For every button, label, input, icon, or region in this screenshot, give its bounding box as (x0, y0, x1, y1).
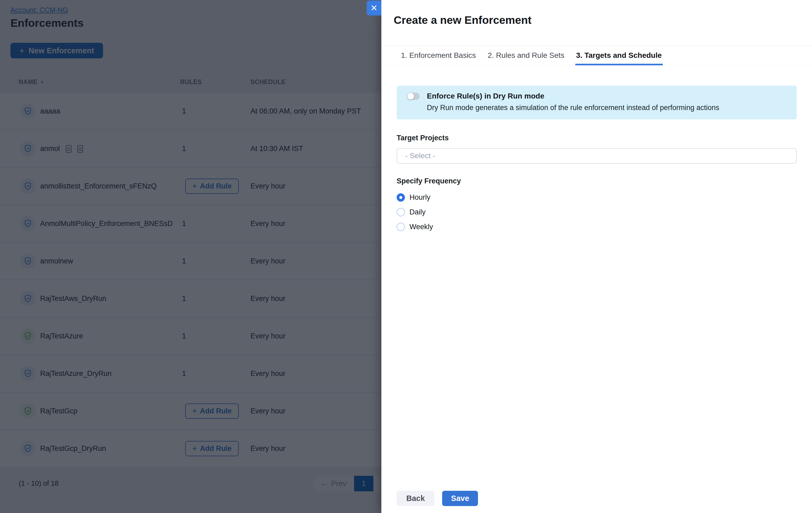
dry-run-toggle[interactable] (407, 93, 419, 100)
frequency-option-hourly[interactable]: Hourly (397, 192, 797, 202)
save-button[interactable]: Save (442, 491, 478, 506)
radio-label: Weekly (409, 223, 433, 231)
radio-label: Hourly (409, 193, 430, 202)
screen: Account: CCM-NG Enforcements + New Enfor… (0, 0, 812, 513)
toggle-knob (407, 93, 414, 99)
frequency-option-daily[interactable]: Daily (397, 207, 797, 217)
radio-label: Daily (409, 208, 426, 216)
target-projects-select[interactable]: - Select - (397, 148, 797, 164)
tab-enforcement-basics[interactable]: 1. Enforcement Basics (401, 46, 476, 65)
dry-run-title: Enforce Rule(s) in Dry Run mode (427, 92, 544, 101)
specify-frequency-label: Specify Frequency (397, 177, 797, 185)
back-button[interactable]: Back (397, 491, 434, 506)
select-placeholder: - Select - (405, 151, 435, 160)
radio-checked-icon[interactable] (397, 193, 405, 202)
close-icon: ✕ (370, 3, 378, 13)
frequency-radio-group: Hourly Daily Weekly (397, 192, 797, 232)
panel-header: Create a new Enforcement (381, 0, 812, 46)
tab-rules-and-rule-sets[interactable]: 2. Rules and Rule Sets (488, 46, 564, 65)
dry-run-banner: Enforce Rule(s) in Dry Run mode Dry Run … (397, 86, 797, 119)
tab-targets-and-schedule[interactable]: 3. Targets and Schedule (576, 46, 662, 65)
radio-unchecked-icon[interactable] (397, 223, 405, 231)
wizard-tabs: 1. Enforcement Basics 2. Rules and Rule … (381, 46, 812, 65)
create-enforcement-panel: ✕ Create a new Enforcement 1. Enforcemen… (381, 0, 812, 513)
radio-unchecked-icon[interactable] (397, 208, 405, 216)
panel-body: Enforce Rule(s) in Dry Run mode Dry Run … (381, 86, 812, 232)
panel-footer: Back Save (397, 491, 478, 506)
target-projects-label: Target Projects (397, 134, 797, 142)
frequency-option-weekly[interactable]: Weekly (397, 222, 797, 232)
close-button[interactable]: ✕ (367, 1, 381, 16)
panel-title: Create a new Enforcement (394, 14, 812, 27)
dry-run-description: Dry Run mode generates a simulation of t… (427, 104, 789, 112)
